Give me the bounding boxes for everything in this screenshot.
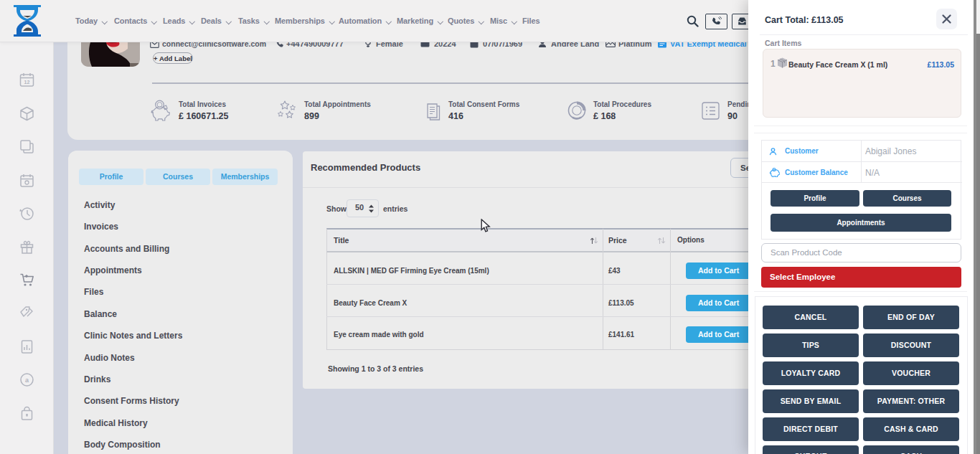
svg-text:12: 12 <box>24 80 30 85</box>
svg-text:a: a <box>25 377 29 384</box>
